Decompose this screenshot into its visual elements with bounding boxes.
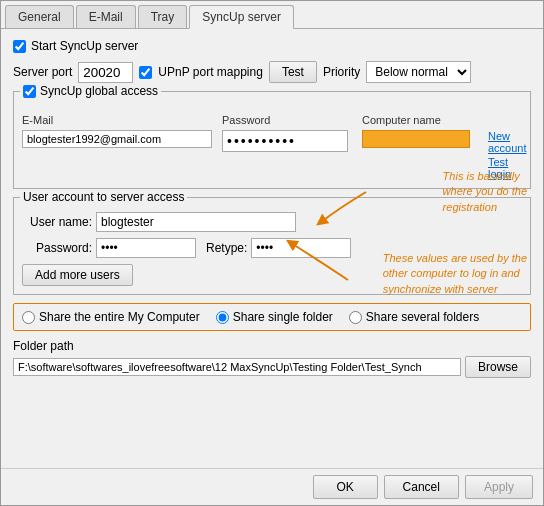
computer-name-input[interactable]: [362, 130, 470, 148]
main-window: General E-Mail Tray SyncUp server Start …: [0, 0, 544, 506]
share-computer-option: Share the entire My Computer: [22, 310, 200, 324]
share-several-label: Share several folders: [366, 310, 479, 324]
share-several-radio[interactable]: [349, 311, 362, 324]
retype-label: Retype:: [206, 241, 247, 255]
priority-select[interactable]: Below normal Normal Above normal High: [366, 61, 471, 83]
start-syncup-label: Start SyncUp server: [31, 39, 138, 53]
upnp-label: UPnP port mapping: [158, 65, 263, 79]
upnp-checkbox[interactable]: [139, 66, 152, 79]
username-input[interactable]: [96, 212, 296, 232]
share-computer-radio[interactable]: [22, 311, 35, 324]
share-several-option: Share several folders: [349, 310, 479, 324]
share-folder-option: Share single folder: [216, 310, 333, 324]
share-computer-label: Share the entire My Computer: [39, 310, 200, 324]
folder-label: Folder path: [13, 339, 531, 353]
annotation-registration: This is basicallywhere you do theregistr…: [443, 169, 527, 215]
tab-general[interactable]: General: [5, 5, 74, 28]
folder-row: Folder path Browse: [13, 339, 531, 378]
priority-label: Priority: [323, 65, 360, 79]
new-account-link[interactable]: New account: [488, 130, 527, 154]
computer-header: Computer name: [362, 114, 482, 126]
annotation-values: These values are used by theother comput…: [383, 251, 527, 297]
apply-button[interactable]: Apply: [465, 475, 533, 499]
cancel-button[interactable]: Cancel: [384, 475, 459, 499]
tab-bar: General E-Mail Tray SyncUp server: [1, 1, 543, 29]
ok-button[interactable]: OK: [313, 475, 378, 499]
share-folder-label: Share single folder: [233, 310, 333, 324]
password-user-label: Password:: [22, 241, 92, 255]
server-port-label: Server port: [13, 65, 72, 79]
start-syncup-checkbox[interactable]: [13, 40, 26, 53]
email-header: E-Mail: [22, 114, 222, 126]
tab-tray[interactable]: Tray: [138, 5, 188, 28]
tab-email[interactable]: E-Mail: [76, 5, 136, 28]
share-options-box: Share the entire My Computer Share singl…: [13, 303, 531, 331]
password-input[interactable]: [222, 130, 348, 152]
test-button[interactable]: Test: [269, 61, 317, 83]
global-access-checkbox[interactable]: [23, 85, 36, 98]
server-port-row: Server port UPnP port mapping Test Prior…: [13, 61, 531, 83]
email-input[interactable]: [22, 130, 212, 148]
server-port-input[interactable]: [78, 62, 133, 83]
add-more-users-button[interactable]: Add more users: [22, 264, 133, 286]
global-access-title: SyncUp global access: [20, 84, 161, 98]
share-folder-radio[interactable]: [216, 311, 229, 324]
browse-button[interactable]: Browse: [465, 356, 531, 378]
radio-row: Share the entire My Computer Share singl…: [22, 310, 522, 324]
username-label: User name:: [22, 215, 92, 229]
folder-path-input[interactable]: [13, 358, 461, 376]
retype-input[interactable]: [251, 238, 351, 258]
bottom-bar: OK Cancel Apply: [1, 468, 543, 505]
folder-path-row: Browse: [13, 356, 531, 378]
user-account-title: User account to server access: [20, 190, 187, 204]
start-syncup-row: Start SyncUp server: [13, 39, 531, 53]
content-area: Start SyncUp server Server port UPnP por…: [1, 29, 543, 468]
password-header: Password: [222, 114, 362, 126]
tab-syncup[interactable]: SyncUp server: [189, 5, 294, 29]
password-user-input[interactable]: [96, 238, 196, 258]
